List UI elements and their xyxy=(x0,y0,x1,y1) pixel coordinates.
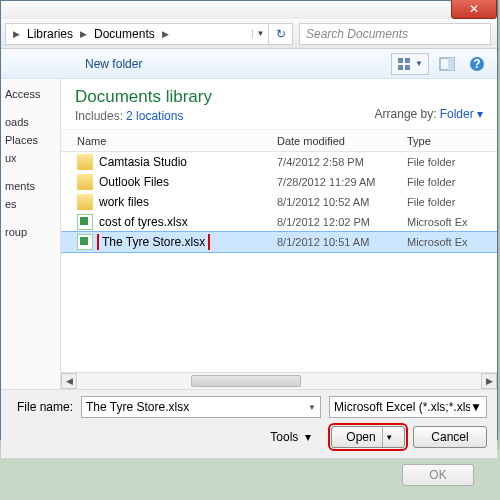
file-type: File folder xyxy=(407,176,497,188)
folder-icon xyxy=(77,154,93,170)
file-date: 8/1/2012 10:52 AM xyxy=(277,196,407,208)
bottom-panel: File name: The Tyre Store.xlsx ▼ Microso… xyxy=(1,389,497,458)
close-icon: ✕ xyxy=(469,2,479,16)
horizontal-scrollbar[interactable]: ◀ ▶ xyxy=(61,372,497,389)
includes-label: Includes: xyxy=(75,109,123,123)
help-icon: ? xyxy=(469,56,485,72)
excel-file-icon xyxy=(77,214,93,230)
preview-pane-button[interactable] xyxy=(435,53,459,75)
chevron-right-icon: ▶ xyxy=(159,29,172,39)
chevron-down-icon[interactable]: ▼ xyxy=(308,403,316,412)
search-placeholder: Search Documents xyxy=(306,27,408,41)
file-row[interactable]: work files8/1/2012 10:52 AMFile folder xyxy=(61,192,497,212)
folder-icon xyxy=(77,174,93,190)
file-type: Microsoft Ex xyxy=(407,216,497,228)
help-button[interactable]: ? xyxy=(465,53,489,75)
tools-button[interactable]: Tools ▾ xyxy=(270,430,311,444)
svg-text:?: ? xyxy=(473,57,480,71)
breadcrumb[interactable]: ▶ Libraries ▶ Documents ▶ ▼ xyxy=(5,23,269,45)
breadcrumb-dropdown[interactable]: ▼ xyxy=(252,29,268,38)
scroll-right-icon[interactable]: ▶ xyxy=(481,373,497,389)
refresh-button[interactable]: ↻ xyxy=(269,23,293,45)
library-title: Documents library xyxy=(75,87,212,107)
file-date: 8/1/2012 12:02 PM xyxy=(277,216,407,228)
file-list: Camtasia Studio7/4/2012 2:58 PMFile fold… xyxy=(61,152,497,372)
file-type: File folder xyxy=(407,156,497,168)
sidebar-item[interactable]: ux xyxy=(3,149,58,167)
toolbar: Organize ▾ New folder ▼ ? xyxy=(1,49,497,79)
filename-value: The Tyre Store.xlsx xyxy=(86,400,189,414)
sidebar-item[interactable]: Places xyxy=(3,131,58,149)
file-row[interactable]: Camtasia Studio7/4/2012 2:58 PMFile fold… xyxy=(61,152,497,172)
breadcrumb-libraries[interactable]: Libraries xyxy=(23,27,77,41)
nav-bar: ▶ Libraries ▶ Documents ▶ ▼ ↻ Search Doc… xyxy=(1,19,497,49)
file-row[interactable]: The Tyre Store.xlsx8/1/2012 10:51 AMMicr… xyxy=(61,232,497,252)
chevron-right-icon: ▶ xyxy=(10,29,23,39)
file-type: File folder xyxy=(407,196,497,208)
file-name: The Tyre Store.xlsx xyxy=(99,234,208,250)
svg-rect-3 xyxy=(405,65,410,70)
arrange-by-button[interactable]: Folder ▾ xyxy=(440,107,483,121)
filter-value: Microsoft Excel (*.xls;*.xlsb;*.xls xyxy=(334,400,470,414)
chevron-down-icon: ▼ xyxy=(415,59,423,68)
close-button[interactable]: ✕ xyxy=(451,0,497,19)
file-name: work files xyxy=(99,195,149,209)
col-date[interactable]: Date modified xyxy=(277,135,407,147)
scroll-left-icon[interactable]: ◀ xyxy=(61,373,77,389)
svg-rect-5 xyxy=(448,58,454,70)
sidebar-item[interactable]: Access xyxy=(3,85,58,103)
col-type[interactable]: Type xyxy=(407,135,497,147)
filename-input[interactable]: The Tyre Store.xlsx ▼ xyxy=(81,396,321,418)
preview-icon xyxy=(439,57,455,71)
chevron-right-icon: ▶ xyxy=(77,29,90,39)
excel-file-icon xyxy=(77,234,93,250)
titlebar: ✕ xyxy=(1,1,497,19)
file-row[interactable]: cost of tyres.xlsx8/1/2012 12:02 PMMicro… xyxy=(61,212,497,232)
column-headers: Name Date modified Type xyxy=(61,130,497,152)
sidebar-item[interactable]: oads xyxy=(3,113,58,131)
breadcrumb-documents[interactable]: Documents xyxy=(90,27,159,41)
file-date: 7/4/2012 2:58 PM xyxy=(277,156,407,168)
col-name[interactable]: Name xyxy=(77,135,277,147)
locations-link[interactable]: 2 locations xyxy=(126,109,183,123)
sidebar-item[interactable]: roup xyxy=(3,223,58,241)
open-label: Open xyxy=(346,430,375,444)
sidebar-item[interactable]: ments xyxy=(3,177,58,195)
file-type: Microsoft Ex xyxy=(407,236,497,248)
arrange-label: Arrange by: xyxy=(375,107,437,121)
svg-rect-1 xyxy=(405,58,410,63)
sidebar-item[interactable]: es xyxy=(3,195,58,213)
svg-rect-0 xyxy=(398,58,403,63)
views-button[interactable]: ▼ xyxy=(391,53,429,75)
chevron-down-icon[interactable]: ▼ xyxy=(470,400,482,414)
open-button[interactable]: Open ▼ xyxy=(331,426,405,448)
open-file-dialog: ✕ ▶ Libraries ▶ Documents ▶ ▼ ↻ Search D… xyxy=(0,0,498,440)
folder-icon xyxy=(77,194,93,210)
sidebar: Access oads Places ux ments es roup xyxy=(1,79,61,389)
background-ok-button: OK xyxy=(402,464,474,486)
file-type-filter[interactable]: Microsoft Excel (*.xls;*.xlsb;*.xls ▼ xyxy=(329,396,487,418)
new-folder-button[interactable]: New folder xyxy=(79,54,148,74)
file-date: 8/1/2012 10:51 AM xyxy=(277,236,407,248)
open-split-dropdown[interactable]: ▼ xyxy=(382,427,396,447)
file-row[interactable]: Outlook Files7/28/2012 11:29 AMFile fold… xyxy=(61,172,497,192)
file-name: Camtasia Studio xyxy=(99,155,187,169)
views-icon xyxy=(397,57,413,71)
main-pane: Documents library Includes: 2 locations … xyxy=(61,79,497,389)
refresh-icon: ↻ xyxy=(276,27,286,41)
filename-label: File name: xyxy=(11,400,81,414)
search-input[interactable]: Search Documents xyxy=(299,23,491,45)
file-date: 7/28/2012 11:29 AM xyxy=(277,176,407,188)
cancel-button[interactable]: Cancel xyxy=(413,426,487,448)
svg-rect-2 xyxy=(398,65,403,70)
file-name: Outlook Files xyxy=(99,175,169,189)
scrollbar-thumb[interactable] xyxy=(191,375,301,387)
file-name: cost of tyres.xlsx xyxy=(99,215,188,229)
